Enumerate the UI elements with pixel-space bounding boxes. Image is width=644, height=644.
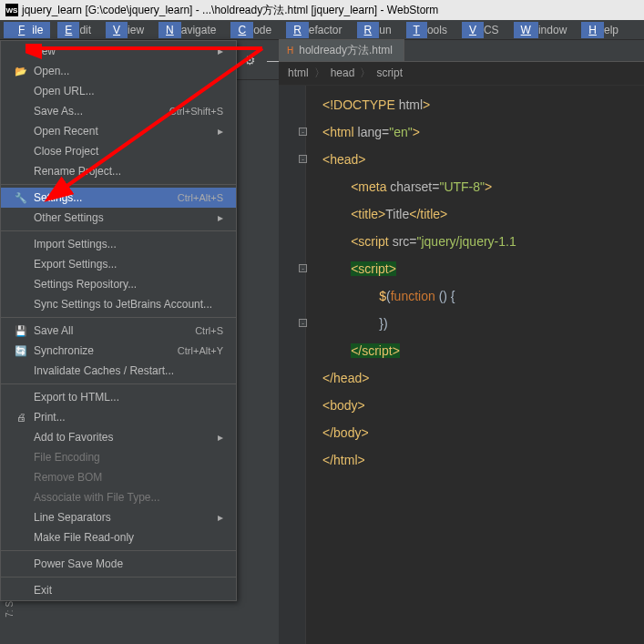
menu-item-settings-repository[interactable]: Settings Repository...	[1, 274, 236, 294]
menu-navigate[interactable]: Navigate	[151, 22, 223, 38]
menu-item-icon: 📂	[14, 66, 28, 77]
menu-item-file-encoding: File Encoding	[1, 447, 236, 467]
menu-item-add-to-favorites[interactable]: Add to Favorites▸	[1, 427, 236, 447]
menu-edit[interactable]: Edit	[50, 22, 98, 38]
menu-item-settings[interactable]: 🔧Settings...Ctrl+Alt+S	[1, 188, 236, 208]
window-titlebar: WS jquery_learn [G:\code\jquery_learn] -…	[0, 0, 644, 20]
menu-vcs[interactable]: VCS	[455, 22, 506, 38]
fold-toggle-icon[interactable]: -	[299, 128, 307, 136]
menu-item-save-as[interactable]: Save As...Ctrl+Shift+S	[1, 101, 236, 121]
html-file-icon: H	[287, 46, 293, 56]
menu-item-make-file-read-only[interactable]: Make File Read-only	[1, 527, 236, 547]
code-line[interactable]: <meta charset="UTF-8">	[322, 173, 644, 200]
code-line[interactable]: </body>	[322, 419, 644, 446]
submenu-arrow-icon: ▸	[218, 211, 223, 224]
menu-item-label: Other Settings	[34, 211, 212, 224]
code-line[interactable]: -<head>	[322, 146, 644, 173]
breadcrumb-item[interactable]: script	[376, 66, 403, 79]
code-line[interactable]: <title>Title</title>	[322, 200, 644, 228]
menu-tools[interactable]: Tools	[399, 22, 455, 38]
menu-item-label: Print...	[34, 411, 223, 424]
menu-item-label: Line Separators	[34, 511, 212, 524]
menu-item-open[interactable]: 📂Open...	[1, 61, 236, 81]
code-line[interactable]: </script>	[322, 337, 644, 364]
menu-item-label: Settings...	[34, 191, 178, 204]
menubar: FileEditViewNavigateCodeRefactorRunTools…	[0, 20, 644, 40]
submenu-arrow-icon: ▸	[218, 511, 223, 524]
menu-item-label: Open Recent	[34, 125, 212, 138]
menu-item-export-settings[interactable]: Export Settings...	[1, 254, 236, 274]
menu-item-label: Synchronize	[34, 344, 178, 357]
menu-item-icon: 🖨	[14, 412, 28, 423]
menu-item-label: File Encoding	[34, 451, 223, 464]
menu-item-export-to-html[interactable]: Export to HTML...	[1, 387, 236, 407]
breadcrumb[interactable]: html〉head〉script	[279, 62, 644, 86]
menu-item-close-project[interactable]: Close Project	[1, 141, 236, 161]
menu-item-shortcut: Ctrl+Alt+Y	[178, 345, 223, 356]
menu-item-rename-project[interactable]: Rename Project...	[1, 161, 236, 181]
menu-code[interactable]: Code	[223, 22, 279, 38]
app-icon: WS	[5, 4, 18, 16]
gear-icon[interactable]: ⚙	[239, 53, 261, 67]
menu-item-label: Rename Project...	[34, 165, 223, 178]
code-line[interactable]: <script src="jquery/jquery-1.1	[322, 228, 644, 255]
menu-item-sync-settings-to-jetbrains-account[interactable]: Sync Settings to JetBrains Account...	[1, 294, 236, 314]
editor-tabs: H holdready方法.html	[279, 40, 644, 62]
menu-view[interactable]: View	[98, 22, 151, 38]
menu-run[interactable]: Run	[350, 22, 399, 38]
fold-toggle-icon[interactable]: -	[299, 264, 307, 272]
menu-item-invalidate-caches-restart[interactable]: Invalidate Caches / Restart...	[1, 361, 236, 381]
menu-item-label: Export to HTML...	[34, 391, 223, 404]
menu-item-shortcut: Ctrl+S	[195, 325, 223, 336]
menu-item-open-recent[interactable]: Open Recent▸	[1, 121, 236, 141]
editor-tab[interactable]: H holdready方法.html	[279, 39, 404, 61]
menu-item-synchronize[interactable]: 🔄SynchronizeCtrl+Alt+Y	[1, 341, 236, 361]
menu-item-remove-bom: Remove BOM	[1, 467, 236, 487]
menu-item-print[interactable]: 🖨Print...	[1, 407, 236, 427]
code-editor[interactable]: <!DOCTYPE html>-<html lang="en">-<head> …	[279, 86, 644, 644]
menu-window[interactable]: Window	[506, 22, 575, 38]
menu-separator	[1, 550, 236, 551]
menu-refactor[interactable]: Refactor	[279, 22, 349, 38]
menu-item-label: Open URL...	[34, 85, 223, 97]
chevron-right-icon: 〉	[314, 66, 325, 79]
code-line[interactable]: - })	[322, 310, 644, 337]
menu-item-icon: 💾	[14, 325, 28, 337]
menu-item-label: Make File Read-only	[34, 531, 223, 544]
menu-file[interactable]: File	[4, 22, 50, 38]
menu-item-label: Close Project	[34, 145, 223, 158]
menu-item-import-settings[interactable]: Import Settings...	[1, 234, 236, 254]
menu-item-exit[interactable]: Exit	[1, 580, 236, 600]
code-line[interactable]: $(function () {	[322, 282, 644, 310]
breadcrumb-item[interactable]: head	[331, 66, 355, 79]
code-line[interactable]: </head>	[322, 364, 644, 392]
submenu-arrow-icon: ▸	[218, 431, 223, 444]
menu-item-line-separators[interactable]: Line Separators▸	[1, 507, 236, 527]
menu-separator	[1, 577, 236, 578]
chevron-right-icon: 〉	[360, 66, 371, 79]
menu-item-label: New	[34, 45, 212, 57]
menu-separator	[1, 230, 236, 231]
window-title: jquery_learn [G:\code\jquery_learn] - ..…	[22, 3, 438, 18]
menu-item-other-settings[interactable]: Other Settings▸	[1, 208, 236, 228]
menu-item-label: Import Settings...	[34, 238, 223, 250]
code-line[interactable]: <body>	[322, 392, 644, 419]
code-line[interactable]: <!DOCTYPE html>	[322, 91, 644, 118]
menu-item-power-save-mode[interactable]: Power Save Mode	[1, 554, 236, 574]
code-line[interactable]: -<html lang="en">	[322, 118, 644, 146]
menu-help[interactable]: Help	[574, 22, 626, 38]
fold-toggle-icon[interactable]: -	[299, 319, 307, 327]
submenu-arrow-icon: ▸	[218, 125, 223, 138]
fold-toggle-icon[interactable]: -	[299, 155, 307, 163]
code-line[interactable]: - <script>	[322, 255, 644, 282]
menu-item-save-all[interactable]: 💾Save AllCtrl+S	[1, 321, 236, 341]
tab-label: holdready方法.html	[299, 43, 393, 58]
breadcrumb-item[interactable]: html	[288, 66, 309, 79]
menu-item-label: Add to Favorites	[34, 431, 212, 444]
menu-item-new[interactable]: New▸	[1, 41, 236, 61]
menu-item-open-url[interactable]: Open URL...	[1, 81, 236, 101]
menu-separator	[1, 184, 236, 185]
menu-item-label: Remove BOM	[34, 471, 223, 484]
code-line[interactable]: </html>	[322, 446, 644, 474]
menu-item-label: Export Settings...	[34, 258, 223, 271]
